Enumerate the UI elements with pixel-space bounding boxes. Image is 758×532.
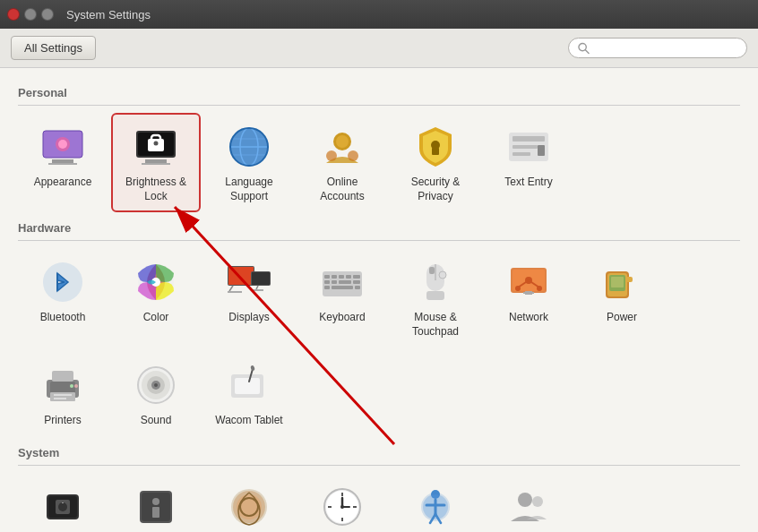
- icon-item-wacom-tablet[interactable]: Wacom Tablet: [204, 351, 294, 437]
- icon-item-keyboard[interactable]: Keyboard: [297, 248, 387, 348]
- svg-point-24: [348, 150, 358, 161]
- language-support-label: Language Support: [211, 176, 287, 203]
- icon-item-language-support[interactable]: Language Support: [204, 113, 294, 212]
- svg-rect-11: [142, 163, 170, 165]
- svg-point-88: [154, 383, 158, 387]
- svg-rect-74: [611, 277, 624, 287]
- svg-point-123: [518, 493, 532, 507]
- svg-rect-81: [54, 398, 66, 399]
- icon-item-sound[interactable]: Sound: [111, 351, 201, 437]
- svg-point-14: [154, 142, 159, 146]
- svg-point-124: [532, 496, 543, 507]
- svg-rect-29: [513, 145, 538, 149]
- brightness-lock-label: Brightness & Lock: [118, 176, 194, 203]
- icon-item-software-updates[interactable]: Software & Updates: [204, 473, 294, 532]
- svg-rect-47: [339, 275, 344, 279]
- maximize-button[interactable]: [41, 8, 54, 21]
- svg-point-22: [336, 135, 349, 148]
- icon-item-power[interactable]: Power: [577, 248, 667, 348]
- wacom-tablet-label: Wacom Tablet: [215, 414, 282, 428]
- svg-rect-5: [48, 163, 77, 165]
- svg-rect-79: [50, 392, 75, 401]
- icon-item-time-date[interactable]: Time & Date: [297, 473, 387, 532]
- content-area: Personal Appearance Brightness & Lock La…: [0, 68, 758, 532]
- text-entry-icon: [505, 124, 552, 170]
- section-label-hardware: Hardware: [18, 221, 740, 235]
- mouse-touchpad-label: Mouse & Touchpad: [398, 311, 473, 339]
- svg-rect-48: [346, 275, 351, 279]
- svg-rect-49: [353, 275, 360, 279]
- security-privacy-label: Security & Privacy: [398, 176, 473, 203]
- titlebar: System Settings: [0, 0, 758, 29]
- bluetooth-label: Bluetooth: [40, 311, 86, 325]
- svg-line-1: [585, 49, 589, 53]
- displays-label: Displays: [228, 311, 269, 325]
- svg-rect-55: [332, 286, 353, 289]
- svg-rect-30: [513, 152, 530, 156]
- appearance-label: Appearance: [34, 176, 92, 190]
- svg-point-68: [537, 286, 542, 291]
- printers-label: Printers: [44, 414, 81, 428]
- svg-point-115: [340, 505, 344, 509]
- icon-item-brightness-lock[interactable]: Brightness & Lock: [111, 113, 201, 212]
- svg-point-97: [58, 502, 67, 511]
- svg-rect-59: [429, 267, 435, 274]
- svg-rect-80: [54, 394, 72, 396]
- svg-point-7: [58, 140, 67, 149]
- icon-item-color[interactable]: Color: [111, 248, 201, 348]
- keyboard-icon: [319, 259, 366, 305]
- backups-icon: [39, 484, 86, 530]
- svg-rect-75: [625, 277, 633, 282]
- sound-label: Sound: [141, 414, 172, 428]
- icon-item-network[interactable]: Network: [484, 248, 573, 348]
- svg-rect-52: [339, 280, 351, 284]
- icon-item-bluetooth[interactable]: Bluetooth: [18, 248, 108, 348]
- icon-item-user-accounts[interactable]: User Accounts: [484, 473, 573, 532]
- language-support-icon: [226, 124, 272, 170]
- icon-item-backups[interactable]: Backups: [18, 473, 108, 532]
- software-updates-icon: [226, 484, 272, 530]
- network-label: Network: [509, 311, 548, 325]
- svg-point-67: [515, 286, 521, 291]
- svg-point-60: [439, 271, 446, 279]
- svg-rect-50: [324, 280, 330, 284]
- minimize-button[interactable]: [24, 8, 37, 21]
- close-button[interactable]: [7, 8, 20, 21]
- icon-item-security-privacy[interactable]: Security & Privacy: [391, 113, 480, 212]
- svg-rect-45: [324, 275, 330, 279]
- svg-rect-26: [432, 148, 439, 155]
- icon-item-printers[interactable]: Printers: [18, 351, 108, 437]
- icon-item-appearance[interactable]: Appearance: [18, 113, 108, 212]
- power-label: Power: [607, 311, 637, 325]
- svg-rect-102: [152, 507, 159, 518]
- details-icon: [133, 484, 179, 530]
- icon-item-online-accounts[interactable]: Online Accounts: [297, 113, 387, 212]
- search-input[interactable]: [594, 41, 737, 55]
- displays-icon: [226, 259, 272, 305]
- svg-rect-28: [513, 136, 545, 142]
- section-divider-hardware: [18, 240, 740, 241]
- icon-item-mouse-touchpad[interactable]: Mouse & Touchpad: [391, 248, 480, 348]
- icon-grid-hardware: Bluetooth Color Displays: [18, 248, 740, 437]
- printers-icon: [39, 362, 86, 408]
- window-title: System Settings: [66, 8, 151, 21]
- icon-item-details[interactable]: Details: [111, 473, 201, 532]
- svg-rect-61: [426, 291, 444, 300]
- icon-item-universal-access[interactable]: Universal Access: [391, 473, 480, 532]
- universal-access-icon: [412, 484, 459, 530]
- svg-rect-4: [52, 159, 73, 163]
- svg-rect-78: [52, 371, 73, 382]
- network-icon: [505, 259, 552, 305]
- icon-item-text-entry[interactable]: Text Entry: [484, 113, 573, 212]
- toolbar: All Settings: [0, 29, 758, 68]
- sound-icon: [133, 362, 179, 408]
- text-entry-label: Text Entry: [504, 176, 552, 190]
- svg-rect-77: [50, 382, 75, 394]
- bluetooth-icon: [39, 259, 86, 305]
- window-controls[interactable]: [7, 8, 54, 21]
- svg-rect-39: [228, 291, 242, 293]
- icon-item-displays[interactable]: Displays: [204, 248, 294, 348]
- keyboard-label: Keyboard: [319, 311, 365, 325]
- all-settings-button[interactable]: All Settings: [11, 36, 96, 60]
- svg-rect-31: [538, 145, 545, 156]
